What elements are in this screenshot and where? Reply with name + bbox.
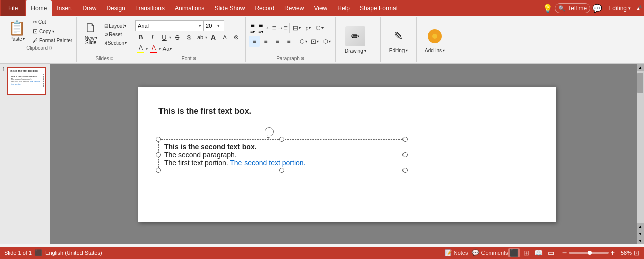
tab-shape-format[interactable]: Shape Format bbox=[355, 0, 403, 16]
underline-dropdown[interactable]: ▾ bbox=[169, 35, 171, 40]
section-dropdown[interactable]: ▾ bbox=[125, 41, 127, 45]
copy-dropdown[interactable]: ▾ bbox=[52, 29, 54, 34]
slides-expand-icon[interactable]: ⊡ bbox=[110, 56, 114, 61]
smart-art-button[interactable]: ⬡▾ bbox=[298, 36, 309, 47]
text-shadow-button[interactable]: S bbox=[183, 32, 194, 43]
add-ins-dropdown[interactable]: ▾ bbox=[443, 48, 445, 53]
decrease-font-button[interactable]: A bbox=[219, 32, 230, 43]
font-size-input[interactable] bbox=[203, 20, 224, 31]
direction-dropdown[interactable]: ▾ bbox=[321, 26, 324, 30]
columns-dropdown[interactable]: ▾ bbox=[299, 26, 301, 30]
scroll-down-button2[interactable]: ▼ bbox=[637, 237, 644, 244]
font-name-dropdown[interactable]: ▾ bbox=[198, 22, 202, 29]
direction-button[interactable]: ⬡▾ bbox=[314, 22, 326, 33]
change-case-button[interactable]: Aa ▾ bbox=[162, 43, 173, 54]
font-expand-icon[interactable]: ⊡ bbox=[193, 56, 196, 61]
scroll-down-up-button[interactable]: ▲ bbox=[637, 223, 644, 230]
align-center-button[interactable]: ≡ bbox=[260, 36, 271, 47]
add-ins-button[interactable]: Add-ins ▾ bbox=[420, 18, 450, 61]
editing-group-button[interactable]: ✎ Editing ▾ bbox=[384, 18, 413, 61]
textbox1[interactable]: This is the first text box. bbox=[158, 107, 251, 116]
ribbon-collapse-button[interactable]: ▴ bbox=[639, 2, 642, 9]
paragraph-expand-icon[interactable]: ⊡ bbox=[301, 56, 304, 61]
slide-thumbnail[interactable]: This is the first text box. This is the … bbox=[7, 67, 46, 95]
format-painter-button[interactable]: 🖌 Format Painter bbox=[31, 37, 74, 44]
reset-button[interactable]: ↺ Reset bbox=[102, 31, 129, 38]
rotate-handle[interactable] bbox=[264, 127, 274, 137]
cut-button[interactable]: ✂ Cut bbox=[31, 18, 74, 26]
italic-button[interactable]: I bbox=[147, 32, 158, 43]
layout-dropdown[interactable]: ▾ bbox=[124, 24, 126, 28]
clear-format-button[interactable]: ⊗ bbox=[231, 32, 242, 43]
paste-button[interactable]: 📋 Paste ▾ bbox=[4, 18, 30, 44]
drawing-dropdown[interactable]: ▾ bbox=[364, 49, 366, 53]
columns-button[interactable]: ⊟▾ bbox=[291, 22, 302, 33]
justify-button[interactable]: ≡ bbox=[283, 36, 294, 47]
handle-bl[interactable] bbox=[156, 168, 161, 173]
font-name-input[interactable] bbox=[135, 20, 206, 31]
handle-tm[interactable] bbox=[279, 137, 284, 142]
comment-icon[interactable]: 💬 bbox=[592, 4, 602, 13]
text-highlight-button[interactable]: A bbox=[135, 43, 146, 54]
increase-indent-button[interactable]: →≡ bbox=[277, 22, 288, 33]
tab-help[interactable]: Help bbox=[332, 0, 355, 16]
tab-slideshow[interactable]: Slide Show bbox=[209, 0, 250, 16]
textbox2-wrapper[interactable]: This is the second text box. The second … bbox=[158, 139, 405, 170]
editing-dropdown[interactable]: ▾ bbox=[406, 48, 408, 53]
rotate-icon bbox=[263, 125, 275, 138]
menu-file[interactable]: File bbox=[1, 0, 25, 16]
scroll-up-button[interactable]: ▲ bbox=[637, 64, 644, 71]
strikethrough-button[interactable]: S bbox=[172, 32, 183, 43]
highlight-dropdown[interactable]: ▾ bbox=[146, 47, 148, 51]
paste-dropdown-arrow[interactable]: ▾ bbox=[23, 37, 25, 41]
scroll-thumb[interactable] bbox=[637, 73, 643, 93]
char-spacing-dropdown[interactable]: ▾ bbox=[205, 35, 207, 40]
copy-button[interactable]: ⊡ Copy ▾ bbox=[31, 27, 74, 36]
vertical-align-button[interactable]: ⊡▾ bbox=[309, 36, 320, 47]
tab-design[interactable]: Design bbox=[101, 0, 130, 16]
handle-tr[interactable] bbox=[403, 137, 408, 142]
numbering-dropdown[interactable]: ▾ bbox=[261, 30, 263, 34]
vertical-scrollbar[interactable]: ▲ ▲ ▼ ▼ bbox=[637, 64, 644, 244]
underline-button[interactable]: U bbox=[158, 32, 170, 43]
bullets-button[interactable]: ≡ ≡▾ bbox=[249, 20, 256, 35]
tab-home[interactable]: Home bbox=[26, 0, 52, 16]
search-icon: 🔍 bbox=[558, 5, 566, 12]
handle-mr[interactable] bbox=[403, 152, 408, 157]
char-spacing-button[interactable]: ab bbox=[195, 32, 206, 43]
text-direction-button[interactable]: ⬡▾ bbox=[321, 36, 332, 47]
handle-br[interactable] bbox=[403, 168, 408, 173]
tab-animations[interactable]: Animations bbox=[170, 0, 209, 16]
decrease-indent-button[interactable]: ←≡ bbox=[265, 22, 276, 33]
new-slide-button[interactable]: 🗋 New ▾ Slide bbox=[80, 20, 101, 46]
scroll-down-button[interactable]: ▼ bbox=[637, 230, 644, 237]
drawing-button[interactable]: ✏ Drawing ▾ bbox=[339, 18, 372, 61]
line-spacing-dropdown[interactable]: ▾ bbox=[309, 26, 311, 30]
font-size-dropdown[interactable]: ▾ bbox=[216, 22, 221, 29]
textbox2-line2: The second paragraph. bbox=[164, 151, 399, 159]
clipboard-expand-icon[interactable]: ⊡ bbox=[49, 46, 52, 50]
tab-draw[interactable]: Draw bbox=[77, 0, 101, 16]
handle-tl[interactable] bbox=[156, 137, 161, 142]
tell-me-button[interactable]: 🔍 Tell me bbox=[555, 3, 590, 13]
handle-bm[interactable] bbox=[279, 168, 284, 173]
tab-insert[interactable]: Insert bbox=[52, 0, 77, 16]
increase-font-button[interactable]: A bbox=[208, 32, 219, 43]
tab-review[interactable]: Review bbox=[279, 0, 309, 16]
layout-button[interactable]: ⊟ Layout ▾ bbox=[102, 22, 129, 30]
bullets-dropdown[interactable]: ▾ bbox=[253, 30, 255, 34]
tab-transitions[interactable]: Transitions bbox=[130, 0, 170, 16]
editing-button[interactable]: Editing ▾ bbox=[604, 4, 635, 13]
font-color-button[interactable]: A bbox=[148, 43, 159, 54]
align-left-button[interactable]: ≡ bbox=[249, 36, 260, 47]
font-color-dropdown[interactable]: ▾ bbox=[159, 47, 161, 51]
bold-button[interactable]: B bbox=[135, 32, 146, 43]
tab-view[interactable]: View bbox=[309, 0, 332, 16]
align-right-button[interactable]: ≡ bbox=[272, 36, 283, 47]
slide-panel-item[interactable]: 1 This is the first text box. This is th… bbox=[2, 67, 48, 95]
tab-record[interactable]: Record bbox=[250, 0, 279, 16]
section-button[interactable]: § Section ▾ bbox=[102, 39, 129, 47]
line-spacing-button[interactable]: ↕▾ bbox=[303, 22, 314, 33]
handle-ml[interactable] bbox=[156, 152, 161, 157]
numbering-button[interactable]: ≡ ≡▾ bbox=[257, 20, 264, 35]
